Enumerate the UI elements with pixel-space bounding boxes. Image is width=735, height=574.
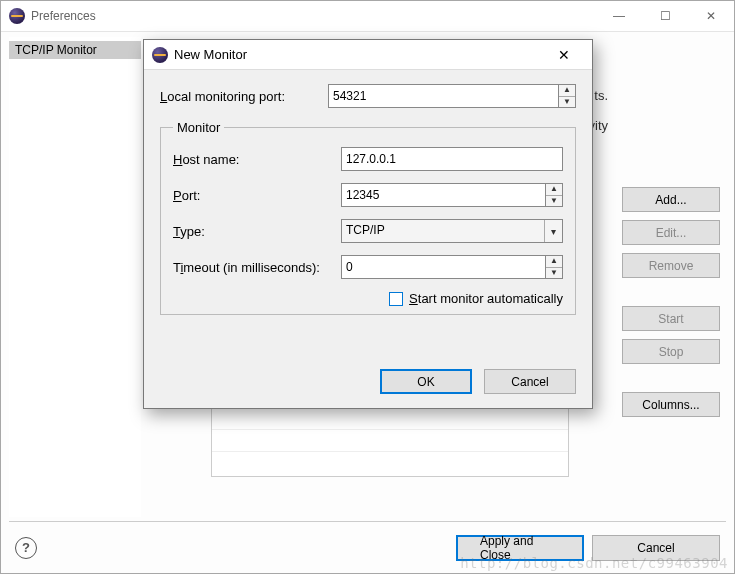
local-port-spinner[interactable]: ▲▼: [328, 84, 576, 108]
stop-button[interactable]: Stop: [622, 339, 720, 364]
local-port-input[interactable]: [328, 84, 558, 108]
type-select[interactable]: TCP/IP ▾: [341, 219, 563, 243]
type-label: Type:: [173, 224, 341, 239]
spin-up-icon[interactable]: ▲: [546, 184, 562, 196]
help-icon[interactable]: ?: [15, 537, 37, 559]
eclipse-icon: [9, 8, 25, 24]
dialog-actions: OK Cancel: [144, 359, 592, 408]
preferences-tree[interactable]: TCP/IP Monitor: [9, 37, 141, 517]
host-label: Host name:: [173, 152, 341, 167]
new-monitor-dialog: New Monitor ✕ Local monitoring port: ▲▼ …: [143, 39, 593, 409]
new-monitor-body: Local monitoring port: ▲▼ Monitor Host n…: [144, 70, 592, 359]
preferences-window: Preferences — ☐ ✕ TCP/IP Monitor ts. vit…: [0, 0, 735, 574]
timeout-input[interactable]: [341, 255, 545, 279]
port-input[interactable]: [341, 183, 545, 207]
minimize-button[interactable]: —: [596, 1, 642, 31]
local-port-row: Local monitoring port: ▲▼: [160, 84, 576, 108]
preferences-title: Preferences: [31, 9, 96, 23]
maximize-button[interactable]: ☐: [642, 1, 688, 31]
spin-down-icon[interactable]: ▼: [546, 196, 562, 207]
ok-button[interactable]: OK: [380, 369, 472, 394]
dialog-cancel-button[interactable]: Cancel: [484, 369, 576, 394]
preferences-titlebar: Preferences — ☐ ✕: [1, 1, 734, 32]
close-button[interactable]: ✕: [688, 1, 734, 31]
spin-down-icon[interactable]: ▼: [546, 268, 562, 279]
columns-button[interactable]: Columns...: [622, 392, 720, 417]
timeout-row: Timeout (in milliseconds): ▲▼: [173, 255, 563, 279]
spin-up-icon[interactable]: ▲: [546, 256, 562, 268]
remove-button[interactable]: Remove: [622, 253, 720, 278]
timeout-spin-buttons[interactable]: ▲▼: [545, 255, 563, 279]
start-button[interactable]: Start: [622, 306, 720, 331]
type-value: TCP/IP: [342, 220, 544, 242]
spin-up-icon[interactable]: ▲: [559, 85, 575, 97]
port-spinner[interactable]: ▲▼: [341, 183, 563, 207]
side-buttons: Add... Edit... Remove Start Stop Columns…: [622, 187, 720, 417]
new-monitor-titlebar: New Monitor ✕: [144, 40, 592, 70]
port-row: Port: ▲▼: [173, 183, 563, 207]
port-label: Port:: [173, 188, 341, 203]
host-row: Host name:: [173, 147, 563, 171]
eclipse-icon: [152, 47, 168, 63]
monitor-group-label: Monitor: [173, 120, 224, 135]
spin-down-icon[interactable]: ▼: [559, 97, 575, 108]
chevron-down-icon[interactable]: ▾: [544, 220, 562, 242]
dialog-close-button[interactable]: ✕: [544, 47, 584, 63]
port-spin-buttons[interactable]: ▲▼: [545, 183, 563, 207]
timeout-label: Timeout (in milliseconds):: [173, 260, 341, 275]
monitor-group: Monitor Host name: Port: ▲▼: [160, 120, 576, 315]
add-button[interactable]: Add...: [622, 187, 720, 212]
edit-button[interactable]: Edit...: [622, 220, 720, 245]
window-controls: — ☐ ✕: [596, 1, 734, 31]
timeout-spinner[interactable]: ▲▼: [341, 255, 563, 279]
watermark-text: http://blog.csdn.net/c99463904: [460, 555, 728, 571]
local-port-spin-buttons[interactable]: ▲▼: [558, 84, 576, 108]
tree-item-tcpip-monitor[interactable]: TCP/IP Monitor: [9, 41, 141, 59]
auto-start-checkbox[interactable]: [389, 292, 403, 306]
new-monitor-title: New Monitor: [174, 47, 247, 62]
host-input[interactable]: [341, 147, 563, 171]
auto-start-row: Start monitor automatically: [173, 291, 563, 306]
local-port-label: Local monitoring port:: [160, 89, 328, 104]
type-row: Type: TCP/IP ▾: [173, 219, 563, 243]
auto-start-label: Start monitor automatically: [409, 291, 563, 306]
